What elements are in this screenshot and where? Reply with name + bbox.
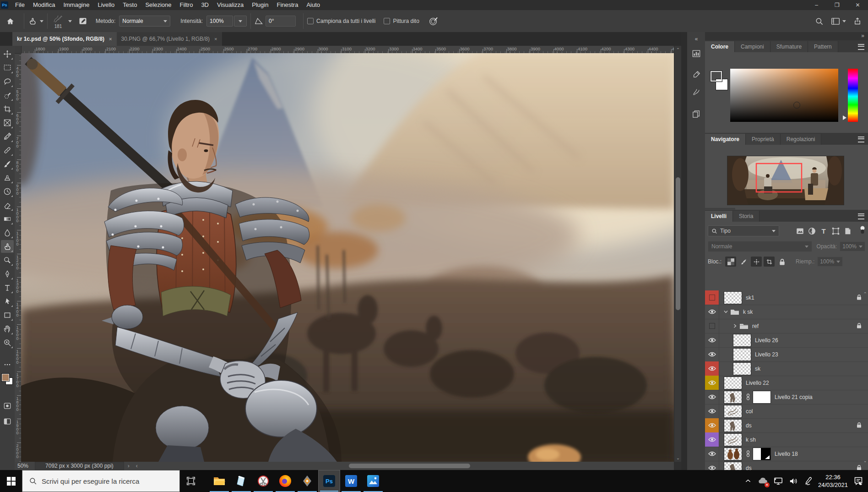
layer-row[interactable]: sk bbox=[705, 361, 868, 376]
menu-item-plugin[interactable]: Plugin bbox=[248, 0, 272, 10]
panel-menu-icon[interactable] bbox=[858, 213, 864, 219]
frame-tool[interactable] bbox=[1, 116, 14, 129]
filter-adjustment-layers-icon[interactable] bbox=[806, 226, 818, 236]
hue-slider-arrow[interactable] bbox=[843, 115, 846, 120]
layer-visibility-eye-icon[interactable] bbox=[705, 390, 719, 404]
tab-campioni[interactable]: Campioni bbox=[735, 41, 770, 52]
layer-row[interactable]: Livello 26 bbox=[705, 333, 868, 348]
photos-app-icon[interactable] bbox=[362, 470, 384, 492]
angle-input[interactable]: 0° bbox=[266, 16, 296, 27]
screen-mode-icon[interactable] bbox=[1, 415, 14, 428]
layer-row[interactable]: sk1 bbox=[705, 290, 868, 305]
snipping-tool-icon[interactable] bbox=[252, 470, 274, 492]
notes-app-icon[interactable] bbox=[230, 470, 252, 492]
menu-item-file[interactable]: File bbox=[11, 0, 29, 10]
layer-thumbnail[interactable] bbox=[724, 291, 742, 304]
layer-thumbnail[interactable] bbox=[724, 391, 742, 404]
start-button[interactable] bbox=[0, 470, 22, 492]
strength-input[interactable]: 100% bbox=[206, 16, 233, 27]
close-tab-icon[interactable]: × bbox=[109, 36, 112, 42]
zoom-level[interactable]: 50% bbox=[17, 463, 28, 469]
eraser-tool[interactable] bbox=[1, 199, 14, 212]
menu-item-visualizza[interactable]: Visualizza bbox=[213, 0, 248, 10]
layer-thumbnail[interactable] bbox=[724, 433, 742, 446]
vertical-scrollbar-thumb[interactable] bbox=[676, 177, 680, 310]
minimize-button[interactable]: – bbox=[806, 0, 827, 10]
tab-livelli[interactable]: Livelli bbox=[705, 211, 733, 222]
onedrive-icon[interactable]: ✕ bbox=[757, 476, 768, 486]
design-app-icon[interactable] bbox=[296, 470, 318, 492]
tray-expand-icon[interactable] bbox=[745, 478, 751, 484]
expand-panels-icon[interactable]: « bbox=[690, 33, 702, 45]
brush-settings-panel-icon[interactable] bbox=[690, 86, 702, 98]
layer-thumbnail[interactable] bbox=[733, 348, 751, 361]
canvas[interactable] bbox=[21, 53, 674, 462]
fill-value[interactable]: 100% bbox=[817, 257, 843, 267]
firefox-icon[interactable] bbox=[274, 470, 296, 492]
smudge-tool-preset-icon[interactable] bbox=[28, 16, 43, 26]
layer-thumbnail[interactable] bbox=[724, 419, 742, 432]
layers-scroll-up-icon[interactable]: ⌃ bbox=[863, 291, 867, 296]
horizontal-scrollbar[interactable] bbox=[157, 464, 665, 468]
blur-tool[interactable] bbox=[1, 226, 14, 239]
layer-visibility-eye-icon[interactable] bbox=[705, 347, 719, 361]
menu-item-filtro[interactable]: Filtro bbox=[176, 0, 197, 10]
menu-item-modifica[interactable]: Modifica bbox=[29, 0, 59, 10]
sample-all-layers-checkbox[interactable]: Campiona da tutti i livelli bbox=[307, 18, 375, 24]
finger-painting-checkbox[interactable]: Pittura dito bbox=[384, 18, 419, 24]
histogram-panel-icon[interactable] bbox=[690, 48, 702, 60]
layer-visibility-eye-icon[interactable] bbox=[705, 447, 719, 461]
layer-row[interactable]: Livello 23 bbox=[705, 347, 868, 362]
layer-row[interactable]: k sh bbox=[705, 432, 868, 447]
edit-toolbar-icon[interactable] bbox=[1, 358, 14, 371]
brush-tool[interactable] bbox=[1, 158, 14, 170]
gradient-tool[interactable] bbox=[1, 213, 14, 225]
document-tab-inactive[interactable]: 30.PNG @ 66,7% (Livello 1, RGB/8)× bbox=[117, 32, 222, 46]
smudge-tool[interactable] bbox=[1, 240, 14, 253]
tab-regolazioni[interactable]: Regolazioni bbox=[781, 134, 822, 145]
taskbar-search-input[interactable]: Scrivi qui per eseguire la ricerca bbox=[22, 470, 180, 492]
word-icon[interactable]: W bbox=[340, 470, 362, 492]
menu-item-testo[interactable]: Testo bbox=[119, 0, 141, 10]
blend-mode-dropdown[interactable]: Normale bbox=[708, 241, 812, 252]
marquee-tool[interactable] bbox=[1, 61, 14, 74]
layer-visibility-eye-icon[interactable] bbox=[705, 418, 719, 432]
type-tool[interactable] bbox=[1, 281, 14, 294]
clone-stamp-tool[interactable] bbox=[1, 171, 14, 184]
shape-tool[interactable] bbox=[1, 309, 14, 322]
quick-mask-icon[interactable] bbox=[1, 399, 14, 412]
layer-visibility-eye-icon[interactable] bbox=[705, 305, 719, 319]
tab-pattern[interactable]: Pattern bbox=[808, 41, 838, 52]
layer-visibility-eye-icon[interactable] bbox=[705, 361, 719, 376]
workspace-switcher-icon[interactable] bbox=[831, 17, 846, 25]
lock-pixels-icon[interactable] bbox=[738, 257, 749, 267]
hand-tool[interactable] bbox=[1, 323, 14, 335]
layer-filter-dropdown[interactable]: Tipo bbox=[708, 225, 779, 236]
filter-toggle-icon[interactable] bbox=[860, 226, 865, 236]
layer-thumbnail[interactable] bbox=[733, 334, 751, 347]
file-explorer-icon[interactable] bbox=[208, 470, 230, 492]
menu-item-selezione[interactable]: Selezione bbox=[141, 0, 175, 10]
menu-item-finestra[interactable]: Finestra bbox=[272, 0, 302, 10]
scroll-left-icon[interactable]: ‹ bbox=[136, 463, 138, 469]
move-tool[interactable] bbox=[1, 48, 14, 60]
layer-mask-thumbnail[interactable] bbox=[753, 448, 771, 460]
menu-item-immagine[interactable]: Immagine bbox=[59, 0, 93, 10]
tab-navigatore[interactable]: Navigatore bbox=[705, 134, 746, 145]
path-selection-tool[interactable] bbox=[1, 295, 14, 308]
tab-storia[interactable]: Storia bbox=[733, 211, 760, 222]
layer-row[interactable]: Livello 22 bbox=[705, 376, 868, 390]
home-icon[interactable] bbox=[0, 17, 20, 26]
clone-source-panel-icon[interactable] bbox=[690, 108, 702, 120]
lock-transparency-icon[interactable] bbox=[725, 257, 736, 267]
layer-row[interactable]: ds bbox=[705, 418, 868, 433]
healing-brush-tool[interactable] bbox=[1, 144, 14, 157]
pen-tool[interactable] bbox=[1, 268, 14, 280]
layer-row[interactable]: ref bbox=[705, 319, 868, 333]
volume-icon[interactable] bbox=[789, 477, 799, 485]
toggle-brush-panel-icon[interactable] bbox=[72, 16, 94, 26]
filter-smart-objects-icon[interactable] bbox=[841, 226, 853, 236]
document-tab-active[interactable]: kr 1c.psd @ 50% (Sfondo, RGB/8)× bbox=[12, 32, 117, 46]
quick-selection-tool[interactable] bbox=[1, 89, 14, 102]
layer-row[interactable]: Livello 21 copia bbox=[705, 390, 868, 405]
